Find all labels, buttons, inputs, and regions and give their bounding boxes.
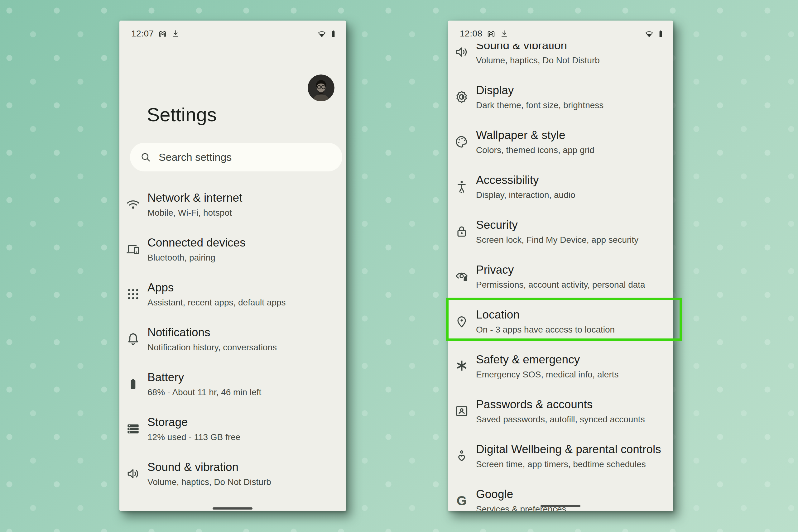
phone-screenshot-left: 12:07 S (119, 21, 346, 511)
settings-item-digital-wellbeing[interactable]: Digital Wellbeing & parental controlsScr… (448, 434, 673, 478)
settings-item-passwords-accounts[interactable]: Passwords & accountsSaved passwords, aut… (448, 388, 673, 434)
item-title: Security (476, 218, 639, 231)
medical-asterisk-icon (455, 359, 469, 373)
item-title: Google (476, 488, 566, 501)
apps-grid-icon (126, 287, 140, 301)
item-subtitle: Colors, themed icons, app grid (476, 145, 594, 155)
item-title: Sound & vibration (476, 44, 600, 52)
item-title: Network & internet (148, 191, 242, 205)
wifi-status-icon (645, 29, 654, 38)
item-title: Passwords & accounts (476, 398, 645, 411)
devices-icon (126, 242, 140, 256)
settings-item-apps[interactable]: AppsAssistant, recent apps, default apps (119, 272, 346, 317)
item-subtitle: Assistant, recent apps, default apps (148, 298, 286, 308)
speaker-icon (126, 467, 140, 481)
location-highlight-annotation (446, 298, 682, 341)
privacy-eye-icon (455, 269, 469, 284)
item-subtitle: Display, interaction, audio (476, 190, 575, 200)
item-title: Wallpaper & style (476, 129, 594, 142)
download-icon (500, 29, 509, 38)
gesture-handle[interactable] (213, 507, 252, 510)
search-input[interactable]: Search settings (130, 143, 342, 171)
wifi-icon (126, 197, 140, 212)
item-title: Battery (148, 371, 261, 384)
battery-icon (126, 377, 140, 391)
item-subtitle: 68% - About 11 hr, 46 min left (148, 387, 261, 397)
item-title: Accessibility (476, 174, 575, 187)
right-status-icons-right (645, 29, 665, 38)
accessibility-icon (455, 179, 469, 194)
account-card-icon (455, 404, 469, 418)
gmail-icon (158, 29, 167, 38)
right-status-bar: 12:08 (460, 27, 665, 40)
settings-item-storage[interactable]: Storage12% used - 113 GB free (119, 406, 346, 451)
item-subtitle: Bluetooth, pairing (148, 253, 246, 263)
search-icon (140, 151, 151, 163)
settings-item-wallpaper-style[interactable]: Wallpaper & styleColors, themed icons, a… (448, 119, 673, 164)
settings-item-sound-vibration[interactable]: Sound & vibrationVolume, haptics, Do Not… (448, 44, 673, 75)
item-subtitle: Screen time, app timers, bedtime schedul… (476, 459, 661, 469)
item-title: Privacy (476, 263, 645, 277)
left-status-icons-right (317, 29, 338, 38)
settings-item-connected-devices[interactable]: Connected devicesBluetooth, pairing (119, 227, 346, 272)
settings-item-accessibility[interactable]: AccessibilityDisplay, interaction, audio (448, 164, 673, 209)
item-subtitle: Permissions, account activity, personal … (476, 280, 645, 290)
settings-list-left: Network & internetMobile, Wi-Fi, hotspot… (119, 182, 346, 511)
bell-icon (126, 332, 140, 346)
settings-item-safety-emergency[interactable]: Safety & emergencyEmergency SOS, medical… (448, 344, 673, 388)
lock-icon (455, 224, 469, 239)
item-title: Sound & vibration (148, 461, 271, 474)
brightness-icon (455, 90, 469, 104)
item-subtitle: Dark theme, font size, brightness (476, 100, 604, 110)
google-g-icon: G (455, 494, 469, 508)
right-screen: 12:08 Sound & vibrationVolume, haptics, … (448, 21, 673, 511)
item-title: Storage (148, 416, 240, 429)
phone-screenshot-right: 12:08 Sound & vibrationVolume, haptics, … (448, 21, 673, 511)
item-subtitle: Screen lock, Find My Device, app securit… (476, 235, 639, 245)
settings-item-display[interactable]: DisplayDark theme, font size, brightness (448, 75, 673, 119)
left-status-bar: 12:07 (131, 27, 338, 40)
item-subtitle: Saved passwords, autofill, synced accoun… (476, 415, 645, 424)
item-subtitle: Volume, haptics, Do Not Disturb (476, 56, 600, 65)
desktop-background: 12:07 S (0, 0, 798, 532)
wifi-status-icon (317, 29, 326, 38)
item-title: Apps (148, 281, 286, 294)
scroll-viewport: Sound & vibrationVolume, haptics, Do Not… (448, 44, 673, 511)
battery-status-icon (656, 29, 665, 38)
item-subtitle: Notification history, conversations (148, 343, 277, 353)
clock: 12:08 (460, 29, 482, 39)
gmail-icon (487, 29, 496, 38)
palette-icon (455, 135, 469, 149)
item-title: Digital Wellbeing & parental controls (476, 443, 661, 456)
item-subtitle: Volume, haptics, Do Not Disturb (148, 477, 271, 487)
settings-item-network-internet[interactable]: Network & internetMobile, Wi-Fi, hotspot (119, 182, 346, 227)
left-screen: 12:07 S (119, 21, 346, 511)
item-title: Safety & emergency (476, 353, 619, 366)
settings-item-notifications[interactable]: NotificationsNotification history, conve… (119, 317, 346, 362)
item-title: Notifications (148, 326, 277, 339)
settings-item-security[interactable]: SecurityScreen lock, Find My Device, app… (448, 209, 673, 254)
profile-avatar[interactable] (308, 75, 335, 101)
settings-item-battery[interactable]: Battery68% - About 11 hr, 46 min left (119, 362, 346, 406)
item-subtitle: Mobile, Wi-Fi, hotspot (148, 208, 242, 218)
item-subtitle: 12% used - 113 GB free (148, 432, 240, 442)
download-icon (171, 29, 180, 38)
battery-status-icon (329, 29, 338, 38)
profile-photo (308, 75, 335, 101)
storage-icon (126, 422, 140, 436)
settings-item-sound-vibration[interactable]: Sound & vibrationVolume, haptics, Do Not… (119, 451, 346, 496)
search-placeholder: Search settings (159, 151, 232, 163)
gesture-handle[interactable] (540, 505, 581, 507)
item-subtitle: Emergency SOS, medical info, alerts (476, 369, 619, 380)
item-title: Connected devices (148, 236, 246, 249)
speaker-icon (455, 45, 469, 59)
wellbeing-heart-icon (455, 449, 469, 463)
clock: 12:07 (131, 29, 154, 39)
settings-item-privacy[interactable]: PrivacyPermissions, account activity, pe… (448, 254, 673, 299)
item-title: Display (476, 84, 604, 97)
page-title: Settings (147, 103, 217, 126)
settings-list-right: Sound & vibrationVolume, haptics, Do Not… (448, 44, 673, 511)
